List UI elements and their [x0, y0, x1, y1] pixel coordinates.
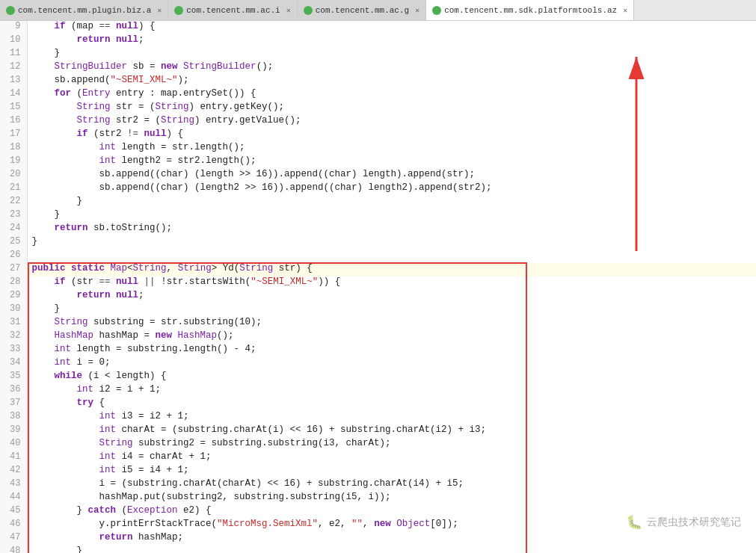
table-row: 24 return sb.toString();	[0, 223, 756, 236]
line-number: 44	[0, 492, 27, 505]
line-number: 20	[0, 169, 27, 182]
line-code: sb.append("~SEMI_XML~");	[27, 75, 756, 88]
line-number: 36	[0, 384, 27, 398]
line-number: 32	[0, 330, 27, 344]
line-code: try {	[27, 398, 756, 411]
line-code: return null;	[27, 34, 756, 48]
line-code: int i3 = i2 + 1;	[27, 411, 756, 424]
line-number: 47	[0, 532, 27, 546]
table-row: 15 String str = (String) entry.getKey();	[0, 102, 756, 115]
line-code: }	[27, 48, 756, 61]
table-row: 27public static Map<String, String> Yd(S…	[0, 263, 756, 276]
tab-close-4[interactable]: ✕	[623, 6, 627, 15]
line-number: 14	[0, 88, 27, 102]
line-number: 33	[0, 344, 27, 357]
line-code: }	[27, 236, 756, 250]
tab-icon-2	[174, 6, 183, 15]
line-code: for (Entry entry : map.entrySet()) {	[27, 88, 756, 102]
table-row: 22 }	[0, 196, 756, 209]
line-code: return sb.toString();	[27, 223, 756, 236]
tab-close-2[interactable]: ✕	[286, 6, 291, 15]
line-code: i = (substring.charAt(charAt) << 16) + s…	[27, 478, 756, 492]
table-row: 41 int i4 = charAt + 1;	[0, 451, 756, 465]
table-row: 32 HashMap hashMap = new HashMap();	[0, 330, 756, 344]
line-number: 34	[0, 357, 27, 371]
tab-2[interactable]: com.tencent.mm.ac.i ✕	[168, 0, 297, 20]
line-number: 26	[0, 250, 27, 263]
line-number: 22	[0, 196, 27, 209]
line-code: hashMap.put(substring2, substring.substr…	[27, 492, 756, 505]
line-code: HashMap hashMap = new HashMap();	[27, 330, 756, 344]
table-row: 33 int length = substring.length() - 4;	[0, 344, 756, 357]
line-code: return null;	[27, 290, 756, 303]
line-code: int length2 = str2.length();	[27, 155, 756, 169]
line-code: return hashMap;	[27, 532, 756, 546]
table-row: 38 int i3 = i2 + 1;	[0, 411, 756, 424]
table-row: 42 int i5 = i4 + 1;	[0, 465, 756, 478]
table-row: 12 StringBuilder sb = new StringBuilder(…	[0, 61, 756, 75]
tab-icon-3	[304, 6, 313, 15]
line-number: 25	[0, 236, 27, 250]
line-code: sb.append((char) (length >> 16)).append(…	[27, 169, 756, 182]
table-row: 37 try {	[0, 398, 756, 411]
line-code	[27, 250, 756, 263]
tab-3[interactable]: com.tencent.mm.ac.g ✕	[298, 0, 426, 20]
code-area: 9 if (map == null) {10 return null;11 }1…	[0, 21, 756, 553]
line-number: 10	[0, 34, 27, 48]
line-number: 29	[0, 290, 27, 303]
line-number: 23	[0, 209, 27, 223]
line-number: 18	[0, 142, 27, 155]
line-code: int charAt = (substring.charAt(i) << 16)…	[27, 424, 756, 438]
tab-close-1[interactable]: ✕	[157, 6, 162, 15]
table-row: 18 int length = str.length();	[0, 142, 756, 155]
line-code: String str = (String) entry.getKey();	[27, 102, 756, 115]
line-number: 12	[0, 61, 27, 75]
table-row: 36 int i2 = i + 1;	[0, 384, 756, 398]
table-row: 21 sb.append((char) (length2 >> 16)).app…	[0, 182, 756, 196]
line-number: 21	[0, 182, 27, 196]
tab-label-4: com.tencent.mm.sdk.platformtools.az	[444, 6, 617, 15]
line-code: int length = str.length();	[27, 142, 756, 155]
line-code: String substring = str.substring(10);	[27, 317, 756, 330]
line-number: 16	[0, 115, 27, 129]
line-code: }	[27, 196, 756, 209]
table-row: 9 if (map == null) {	[0, 21, 756, 34]
line-number: 19	[0, 155, 27, 169]
line-number: 15	[0, 102, 27, 115]
line-number: 39	[0, 424, 27, 438]
line-number: 28	[0, 276, 27, 290]
line-number: 43	[0, 478, 27, 492]
line-number: 45	[0, 505, 27, 519]
line-number: 27	[0, 263, 27, 276]
table-row: 43 i = (substring.charAt(charAt) << 16) …	[0, 478, 756, 492]
line-number: 48	[0, 546, 27, 553]
table-row: 20 sb.append((char) (length >> 16)).appe…	[0, 169, 756, 182]
table-row: 39 int charAt = (substring.charAt(i) << …	[0, 424, 756, 438]
line-number: 31	[0, 317, 27, 330]
tab-close-3[interactable]: ✕	[415, 6, 420, 15]
watermark: 🐛 云爬虫技术研究笔记	[626, 514, 741, 531]
line-code: int i5 = i4 + 1;	[27, 465, 756, 478]
line-number: 38	[0, 411, 27, 424]
line-number: 46	[0, 519, 27, 532]
line-code: sb.append((char) (length2 >> 16)).append…	[27, 182, 756, 196]
tab-1[interactable]: com.tencent.mm.plugin.biz.a ✕	[0, 0, 168, 20]
table-row: 44 hashMap.put(substring2, substring.sub…	[0, 492, 756, 505]
table-row: 35 while (i < length) {	[0, 371, 756, 384]
code-table: 9 if (map == null) {10 return null;11 }1…	[0, 21, 756, 553]
tab-4[interactable]: com.tencent.mm.sdk.platformtools.az ✕	[426, 0, 634, 20]
table-row: 26	[0, 250, 756, 263]
watermark-text: 云爬虫技术研究笔记	[647, 516, 741, 529]
line-number: 35	[0, 371, 27, 384]
table-row: 34 int i = 0;	[0, 357, 756, 371]
line-code: String str2 = (String) entry.getValue();	[27, 115, 756, 129]
tab-label-1: com.tencent.mm.plugin.biz.a	[18, 6, 151, 15]
tab-bar: com.tencent.mm.plugin.biz.a ✕ com.tencen…	[0, 0, 756, 21]
line-code: if (map == null) {	[27, 21, 756, 34]
watermark-icon: 🐛	[626, 514, 642, 531]
tab-label-2: com.tencent.mm.ac.i	[186, 6, 280, 15]
tab-icon-1	[6, 6, 15, 15]
line-code: public static Map<String, String> Yd(Str…	[27, 263, 756, 276]
table-row: 17 if (str2 != null) {	[0, 129, 756, 142]
line-number: 13	[0, 75, 27, 88]
